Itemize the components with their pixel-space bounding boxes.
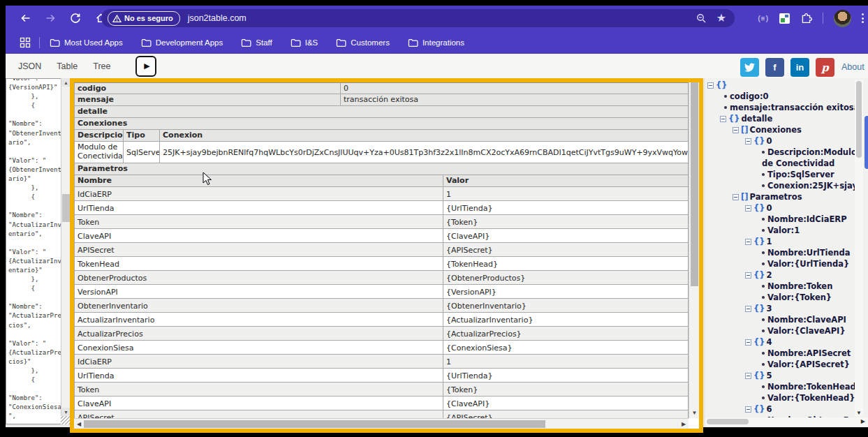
tree-node-label: 1: [766, 237, 772, 246]
tree-leaf: mensaje:transacción exitosa: [705, 102, 860, 113]
bullet-icon: [762, 285, 765, 288]
profile-avatar[interactable]: [834, 10, 851, 27]
tree-leaf: Valor:{ClaveAPI}: [705, 325, 860, 336]
tree-node-type: {}: [716, 80, 727, 90]
bookmark-folder-customers[interactable]: Customers: [336, 38, 390, 47]
tree-leaf-text: Valor:{Token}: [767, 292, 832, 302]
extension-badge[interactable]: (≡): [758, 15, 770, 22]
collapse-icon[interactable]: [745, 306, 751, 312]
tree-leaf-text: Valor:{APISecret}: [767, 360, 850, 369]
editor-scrollbar-thumb[interactable]: [62, 194, 70, 222]
extensions-puzzle-icon[interactable]: [800, 13, 812, 24]
tree-leaf-text: Valor:{UrlTienda}: [767, 259, 849, 269]
collapse-icon[interactable]: [745, 272, 751, 279]
folder-icon: [336, 38, 346, 47]
tree-leaf: Valor:{ObtenerProductos}: [705, 426, 860, 427]
collapse-icon[interactable]: [733, 127, 739, 133]
tree-vertical-scrollbar[interactable]: ▼: [855, 80, 863, 416]
about-link[interactable]: About: [841, 62, 865, 72]
bookmark-folder-most-used-apps[interactable]: Most Used Apps: [50, 38, 123, 47]
tree-leaf-text: codigo:0: [730, 91, 769, 101]
bookmarks-bar: Most Used AppsDevelopment AppsStaffI&SCu…: [6, 31, 868, 54]
bookmark-folder-development-apps[interactable]: Development Apps: [141, 38, 223, 47]
bullet-icon: [762, 218, 765, 221]
bookmark-label: I&S: [305, 38, 318, 47]
scroll-right-icon[interactable]: ▶: [861, 418, 865, 424]
bookmark-folder-i-s[interactable]: I&S: [290, 38, 318, 47]
tree-leaf: Conexion:25JK+sjay9bejl: [705, 180, 860, 191]
bullet-icon: [762, 385, 765, 388]
bookmark-label: Staff: [256, 38, 272, 47]
pinterest-icon[interactable]: p: [816, 58, 834, 77]
bullet-icon: [762, 173, 765, 176]
bookmark-label: Customers: [351, 38, 390, 47]
tree-leaf-text: Valor:{ClaveAPI}: [767, 326, 846, 336]
extension-icon[interactable]: [779, 13, 790, 24]
bookmark-folder-integrations[interactable]: Integrations: [408, 38, 464, 47]
tree-node: {}0: [705, 135, 860, 147]
bullet-icon: [762, 229, 765, 232]
scroll-down-icon[interactable]: ▼: [855, 409, 863, 416]
tree-vscroll-thumb[interactable]: [856, 81, 862, 158]
tree-leaf-text: Conexion:25JK+sjay9bejl: [767, 181, 860, 191]
security-badge[interactable]: No es seguro: [108, 11, 180, 26]
tab-table[interactable]: Table: [57, 61, 78, 71]
forward-icon[interactable]: [42, 10, 59, 27]
url-text[interactable]: json2table.com: [188, 13, 247, 23]
back-icon[interactable]: [17, 10, 34, 27]
linkedin-icon[interactable]: in: [790, 58, 809, 77]
apps-grid-icon[interactable]: [20, 37, 31, 48]
bullet-icon: [762, 352, 765, 355]
textarea-resize-grip[interactable]: [61, 416, 70, 424]
tab-tree[interactable]: Tree: [93, 61, 110, 71]
tree-node: {}2: [705, 269, 860, 281]
tree-leaf: Valor:1: [705, 225, 860, 236]
reload-icon[interactable]: [67, 10, 84, 27]
collapse-icon[interactable]: [720, 116, 726, 122]
bookmark-folder-staff[interactable]: Staff: [241, 38, 272, 47]
collapse-icon[interactable]: [707, 82, 714, 89]
tree-leaf: Nombre:IdCiaERP: [705, 214, 860, 225]
tree-leaf-text: Nombre:IdCiaERP: [767, 214, 847, 224]
tree-node: {}1: [705, 236, 860, 247]
editor-vertical-scrollbar[interactable]: ▲ ▼: [61, 78, 70, 416]
tree-leaf-text: Tipo:SqlServer: [767, 170, 834, 179]
twitter-icon[interactable]: [740, 58, 759, 77]
bookmarks-divider: [39, 37, 40, 48]
toolbar-divider: [823, 13, 823, 24]
tree-leaf-text: Nombre:Token: [767, 281, 832, 291]
bullet-icon: [762, 151, 765, 154]
bullet-icon: [762, 262, 765, 265]
mouse-cursor: [203, 172, 212, 186]
run-button[interactable]: ▶: [135, 56, 156, 77]
tab-json[interactable]: JSON: [18, 61, 41, 71]
tree-leaf: Valor:{APISecret}: [705, 359, 860, 370]
facebook-icon[interactable]: f: [765, 58, 784, 77]
menu-dots-icon[interactable]: [862, 13, 864, 23]
tree-node: {}3: [705, 303, 860, 314]
tree-leaf-text: Valor:{TokenHead}: [767, 393, 855, 403]
collapse-icon[interactable]: [745, 373, 751, 379]
tree-node: {}: [705, 80, 860, 91]
bookmark-star-icon[interactable]: ★: [716, 13, 726, 24]
collapse-icon[interactable]: [745, 205, 751, 212]
collapse-icon[interactable]: [745, 138, 751, 145]
collapse-icon[interactable]: [733, 194, 739, 200]
tree-node-type: {}: [753, 371, 765, 380]
json-editor-text: "Valor": " {VersionAPI}" }, { "Nombre": …: [6, 78, 69, 422]
collapse-icon[interactable]: [745, 239, 751, 245]
tree-node: []Parametros: [705, 191, 860, 202]
tree-node-label: 5: [766, 371, 772, 380]
folder-icon: [290, 38, 301, 47]
collapse-icon[interactable]: [745, 339, 751, 346]
tree-node-label: 0: [766, 136, 772, 146]
tree-view-panel: {}codigo:0mensaje:transacción exitosa{}d…: [705, 78, 868, 427]
address-bar[interactable]: No es seguro json2table.com ★: [101, 9, 735, 27]
tree-leaf: Nombre:APISecret: [705, 348, 860, 359]
tree-hscroll-thumb[interactable]: [707, 419, 749, 424]
tree-horizontal-scrollbar[interactable]: ▶: [705, 417, 868, 426]
collapse-icon[interactable]: [745, 406, 751, 413]
tree-node-type: {}: [753, 270, 765, 280]
tree-leaf: Tipo:SqlServer: [705, 169, 860, 180]
zoom-icon[interactable]: [696, 13, 707, 24]
